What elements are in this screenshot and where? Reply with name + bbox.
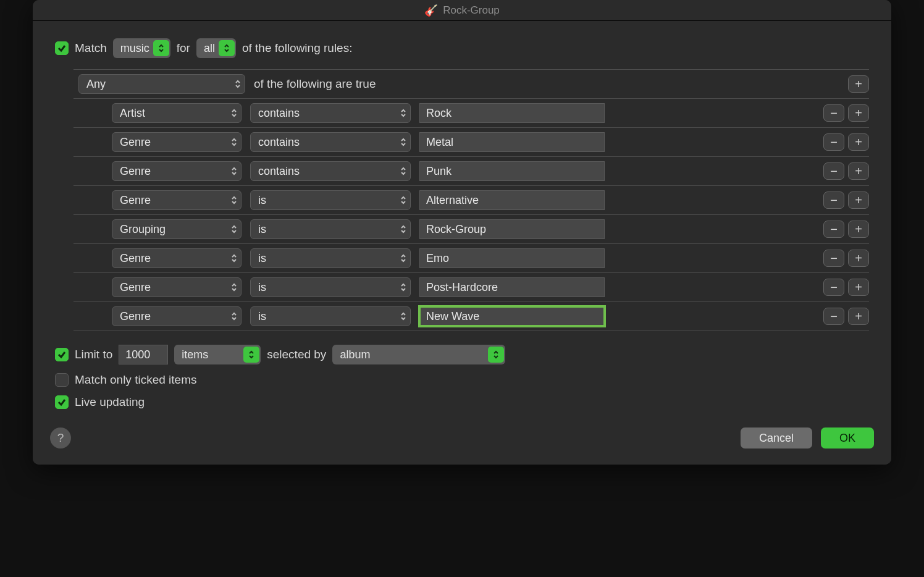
rule-operator-select[interactable]: is [250, 219, 411, 239]
selected-by-select[interactable]: album [332, 345, 505, 364]
help-button[interactable]: ? [50, 427, 71, 449]
group-mode-select[interactable]: Any [78, 74, 245, 94]
rule-value-input[interactable] [419, 277, 605, 297]
rule-buttons: −+ [823, 133, 869, 151]
rule-field-select[interactable]: Genre [112, 277, 242, 297]
rule-row: Genreis−+ [74, 273, 869, 302]
rule-field-select[interactable]: Artist [112, 103, 242, 123]
rule-value-input[interactable] [419, 190, 605, 210]
remove-rule-button[interactable]: − [823, 104, 844, 122]
rule-field-value: Genre [120, 165, 151, 178]
rule-operator-value: is [258, 194, 266, 207]
rule-field-select[interactable]: Genre [112, 132, 242, 152]
rule-field-select[interactable]: Genre [112, 190, 242, 210]
add-rule-button[interactable]: + [848, 250, 869, 267]
rule-field-select[interactable]: Grouping [112, 219, 242, 239]
rule-field-value: Genre [120, 281, 151, 294]
match-checkbox[interactable] [55, 41, 69, 55]
rules-group: Any of the following are true + Artistco… [74, 69, 869, 331]
chevron-updown-icon [398, 308, 409, 324]
rule-field-select[interactable]: Genre [112, 248, 242, 268]
limit-checkbox[interactable] [55, 348, 69, 361]
chevron-updown-icon [229, 308, 240, 324]
rule-row: Genreis−+ [74, 244, 869, 273]
dialog-footer: ? Cancel OK [33, 416, 891, 465]
rule-value-input[interactable] [419, 248, 605, 268]
limit-label: Limit to [75, 348, 112, 361]
add-rule-button[interactable]: + [848, 104, 869, 122]
rule-row: Genreis−+ [74, 186, 869, 215]
remove-rule-button[interactable]: − [823, 133, 844, 151]
rule-operator-select[interactable]: is [250, 190, 411, 210]
rule-row: Genreis−+ [74, 302, 869, 331]
remove-rule-button[interactable]: − [823, 221, 844, 238]
chevron-updown-icon [229, 250, 240, 266]
rule-buttons: −+ [823, 104, 869, 122]
chevron-updown-icon [398, 192, 409, 208]
chevron-updown-icon [398, 250, 409, 266]
chevron-updown-icon [229, 221, 240, 237]
remove-rule-button[interactable]: − [823, 308, 844, 325]
chevron-updown-icon [229, 163, 240, 179]
rule-buttons: −+ [823, 250, 869, 267]
add-rule-button[interactable]: + [848, 162, 869, 180]
rule-operator-select[interactable]: contains [250, 161, 411, 181]
remove-rule-button[interactable]: − [823, 279, 844, 296]
rule-operator-select[interactable]: contains [250, 132, 411, 152]
ok-button[interactable]: OK [821, 427, 874, 449]
live-updating-checkbox[interactable] [55, 395, 69, 409]
rule-value-input[interactable] [419, 219, 605, 239]
chevron-updown-icon [229, 134, 240, 150]
rule-row: Genrecontains−+ [74, 157, 869, 186]
media-type-select[interactable]: music [113, 38, 170, 58]
add-rule-button[interactable]: + [848, 75, 869, 93]
limit-count-input[interactable] [119, 345, 168, 364]
rule-operator-select[interactable]: is [250, 306, 411, 326]
rule-operator-select[interactable]: is [250, 248, 411, 268]
media-type-value: music [120, 42, 149, 55]
rule-field-value: Genre [120, 194, 151, 207]
rule-operator-select[interactable]: is [250, 277, 411, 297]
match-label: Match [75, 41, 107, 55]
rule-operator-value: is [258, 310, 266, 323]
titlebar: 🎸 Rock-Group [33, 0, 891, 21]
rule-value-input[interactable] [419, 161, 605, 181]
live-updating-row: Live updating [55, 395, 869, 409]
rule-value-input[interactable] [419, 132, 605, 152]
chevron-updown-icon [398, 105, 409, 121]
rule-buttons: −+ [823, 308, 869, 325]
selected-by-label: selected by [267, 348, 326, 361]
add-rule-button[interactable]: + [848, 133, 869, 151]
add-rule-button[interactable]: + [848, 192, 869, 209]
remove-rule-button[interactable]: − [823, 250, 844, 267]
rule-row: Artistcontains−+ [74, 99, 869, 128]
rule-field-select[interactable]: Genre [112, 161, 242, 181]
rule-field-select[interactable]: Genre [112, 306, 242, 326]
quantifier-select[interactable]: all [196, 38, 236, 58]
live-updating-label: Live updating [75, 395, 145, 409]
limit-unit-value: items [182, 348, 208, 361]
cancel-button[interactable]: Cancel [741, 427, 812, 449]
rule-operator-value: is [258, 223, 266, 236]
rule-value-input[interactable] [419, 306, 605, 326]
limit-unit-select[interactable]: items [174, 345, 261, 364]
chevron-updown-icon [398, 279, 409, 295]
rule-operator-value: contains [258, 107, 300, 120]
remove-rule-button[interactable]: − [823, 162, 844, 180]
dialog-body: Match music for all of the following rul… [33, 21, 891, 416]
options: Limit to items selected by album [55, 345, 869, 409]
window-title: Rock-Group [443, 4, 500, 17]
group-header-row: Any of the following are true + [74, 70, 869, 99]
limit-row: Limit to items selected by album [55, 345, 869, 364]
rule-value-input[interactable] [419, 103, 605, 123]
group-mode-value: Any [86, 78, 106, 91]
add-rule-button[interactable]: + [848, 308, 869, 325]
match-ticked-checkbox[interactable] [55, 373, 69, 387]
add-rule-button[interactable]: + [848, 221, 869, 238]
rule-row: Genrecontains−+ [74, 128, 869, 157]
rule-row: Groupingis−+ [74, 215, 869, 244]
add-rule-button[interactable]: + [848, 279, 869, 296]
remove-rule-button[interactable]: − [823, 192, 844, 209]
rule-operator-select[interactable]: contains [250, 103, 411, 123]
match-ticked-row: Match only ticked items [55, 373, 869, 387]
